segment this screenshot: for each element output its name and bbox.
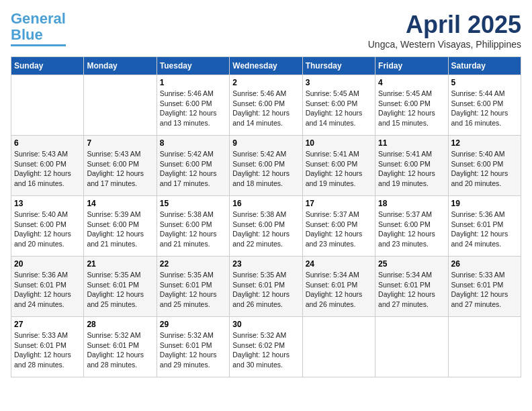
day-info-line: Daylight: 12 hours and 13 minutes. — [160, 108, 226, 128]
day-info-line: Sunset: 6:00 PM — [160, 220, 226, 230]
day-info-line: Daylight: 12 hours and 23 minutes. — [378, 229, 445, 248]
week-row-2: 6Sunrise: 5:43 AMSunset: 6:00 PMDaylight… — [11, 136, 521, 196]
day-number: 4 — [378, 78, 445, 87]
week-row-4: 20Sunrise: 5:36 AMSunset: 6:01 PMDayligh… — [11, 257, 521, 317]
day-number: 25 — [378, 259, 445, 269]
day-number: 22 — [160, 259, 226, 269]
day-info-line: Daylight: 12 hours and 20 minutes. — [14, 229, 81, 248]
day-info-line: Sunrise: 5:43 AM — [87, 149, 153, 159]
day-info-line: Sunset: 6:00 PM — [87, 159, 153, 169]
day-info-line: Sunrise: 5:37 AM — [306, 210, 372, 220]
day-cell: 21Sunrise: 5:35 AMSunset: 6:01 PMDayligh… — [84, 257, 157, 317]
day-info-line: Daylight: 12 hours and 29 minutes. — [160, 350, 226, 369]
day-number: 5 — [451, 78, 518, 87]
day-number: 16 — [232, 199, 299, 208]
day-info-line: Daylight: 12 hours and 14 minutes. — [232, 108, 299, 128]
day-info-line: Sunset: 6:00 PM — [378, 159, 445, 169]
day-cell: 26Sunrise: 5:33 AMSunset: 6:01 PMDayligh… — [448, 257, 521, 317]
day-number: 3 — [306, 78, 372, 87]
day-info-line: Sunset: 6:00 PM — [378, 99, 445, 109]
day-info-line: Sunrise: 5:45 AM — [306, 89, 372, 99]
day-info-line: Sunrise: 5:38 AM — [160, 210, 226, 220]
day-cell: 1Sunrise: 5:46 AMSunset: 6:00 PMDaylight… — [157, 75, 229, 136]
day-cell: 15Sunrise: 5:38 AMSunset: 6:00 PMDayligh… — [157, 196, 229, 257]
day-cell: 7Sunrise: 5:43 AMSunset: 6:00 PMDaylight… — [84, 136, 157, 196]
day-cell: 10Sunrise: 5:41 AMSunset: 6:00 PMDayligh… — [302, 136, 375, 196]
week-row-1: 1Sunrise: 5:46 AMSunset: 6:00 PMDaylight… — [11, 75, 521, 136]
day-cell: 3Sunrise: 5:45 AMSunset: 6:00 PMDaylight… — [302, 75, 375, 136]
day-info-line: Sunset: 6:01 PM — [160, 340, 226, 351]
day-info-line: Daylight: 12 hours and 24 minutes. — [451, 229, 518, 248]
day-info-line: Sunrise: 5:35 AM — [232, 270, 299, 280]
day-info-line: Sunrise: 5:41 AM — [378, 149, 445, 159]
day-number: 14 — [87, 199, 153, 208]
day-info-line: Daylight: 12 hours and 21 minutes. — [160, 229, 226, 248]
day-cell — [302, 317, 375, 377]
day-info-line: Daylight: 12 hours and 24 minutes. — [14, 289, 81, 309]
day-number: 18 — [378, 199, 445, 208]
day-cell: 23Sunrise: 5:35 AMSunset: 6:01 PMDayligh… — [230, 257, 302, 317]
day-info-line: Sunset: 6:00 PM — [451, 159, 518, 169]
day-info-line: Sunrise: 5:42 AM — [160, 149, 226, 159]
day-info-line: Daylight: 12 hours and 15 minutes. — [378, 108, 445, 128]
day-info-line: Daylight: 12 hours and 18 minutes. — [232, 169, 299, 188]
weekday-header-monday: Monday — [84, 57, 157, 75]
weekday-header-row: SundayMondayTuesdayWednesdayThursdayFrid… — [11, 57, 521, 75]
day-cell: 4Sunrise: 5:45 AMSunset: 6:00 PMDaylight… — [375, 75, 448, 136]
day-info-line: Sunset: 6:01 PM — [451, 220, 518, 230]
day-info-line: Sunset: 6:00 PM — [232, 99, 299, 109]
title-block: April 2025 Ungca, Western Visayas, Phili… — [368, 11, 521, 50]
weekday-header-tuesday: Tuesday — [157, 57, 229, 75]
day-info-line: Daylight: 12 hours and 28 minutes. — [14, 350, 81, 369]
day-info-line: Sunset: 6:00 PM — [232, 220, 299, 230]
day-number: 6 — [14, 138, 81, 148]
day-number: 17 — [306, 199, 372, 208]
day-info-line: Daylight: 12 hours and 21 minutes. — [87, 229, 153, 248]
day-info-line: Daylight: 12 hours and 25 minutes. — [160, 289, 226, 309]
day-info-line: Sunrise: 5:32 AM — [160, 330, 226, 340]
day-info-line: Daylight: 12 hours and 23 minutes. — [306, 229, 372, 248]
day-cell: 13Sunrise: 5:40 AMSunset: 6:00 PMDayligh… — [11, 196, 84, 257]
day-cell: 6Sunrise: 5:43 AMSunset: 6:00 PMDaylight… — [11, 136, 84, 196]
day-info-line: Daylight: 12 hours and 14 minutes. — [306, 108, 372, 128]
day-cell: 5Sunrise: 5:44 AMSunset: 6:00 PMDaylight… — [448, 75, 521, 136]
day-cell: 30Sunrise: 5:32 AMSunset: 6:02 PMDayligh… — [230, 317, 302, 377]
day-number: 8 — [160, 138, 226, 148]
logo-blue: Blue — [11, 26, 43, 43]
day-cell: 29Sunrise: 5:32 AMSunset: 6:01 PMDayligh… — [157, 317, 229, 377]
day-number: 2 — [232, 78, 299, 87]
calendar-table: SundayMondayTuesdayWednesdayThursdayFrid… — [11, 56, 521, 377]
day-number: 12 — [451, 138, 518, 148]
day-number: 27 — [14, 320, 81, 329]
day-cell: 18Sunrise: 5:37 AMSunset: 6:00 PMDayligh… — [375, 196, 448, 257]
day-cell — [84, 75, 157, 136]
day-info-line: Sunset: 6:00 PM — [87, 220, 153, 230]
weekday-header-wednesday: Wednesday — [230, 57, 302, 75]
day-number: 26 — [451, 259, 518, 269]
day-info-line: Sunset: 6:02 PM — [232, 340, 299, 351]
day-info-line: Sunset: 6:00 PM — [306, 220, 372, 230]
day-info-line: Sunset: 6:01 PM — [306, 280, 372, 290]
page-header: General Blue April 2025 Ungca, Western V… — [11, 11, 521, 50]
day-info-line: Sunset: 6:00 PM — [451, 99, 518, 109]
day-cell: 19Sunrise: 5:36 AMSunset: 6:01 PMDayligh… — [448, 196, 521, 257]
day-info-line: Sunrise: 5:35 AM — [87, 270, 153, 280]
day-info-line: Sunrise: 5:46 AM — [232, 89, 299, 99]
day-info-line: Sunset: 6:00 PM — [14, 220, 81, 230]
day-info-line: Sunrise: 5:46 AM — [160, 89, 226, 99]
day-info-line: Daylight: 12 hours and 16 minutes. — [451, 108, 518, 128]
day-number: 20 — [14, 259, 81, 269]
day-info-line: Sunset: 6:00 PM — [232, 159, 299, 169]
day-info-line: Daylight: 12 hours and 17 minutes. — [87, 169, 153, 188]
day-cell: 12Sunrise: 5:40 AMSunset: 6:00 PMDayligh… — [448, 136, 521, 196]
day-cell: 11Sunrise: 5:41 AMSunset: 6:00 PMDayligh… — [375, 136, 448, 196]
day-info-line: Sunrise: 5:40 AM — [451, 149, 518, 159]
day-info-line: Sunset: 6:01 PM — [451, 280, 518, 290]
day-info-line: Daylight: 12 hours and 17 minutes. — [160, 169, 226, 188]
day-number: 28 — [87, 320, 153, 329]
day-info-line: Sunrise: 5:35 AM — [160, 270, 226, 280]
day-cell: 28Sunrise: 5:32 AMSunset: 6:01 PMDayligh… — [84, 317, 157, 377]
day-info-line: Daylight: 12 hours and 22 minutes. — [232, 229, 299, 248]
day-info-line: Sunrise: 5:40 AM — [14, 210, 81, 220]
day-number: 23 — [232, 259, 299, 269]
